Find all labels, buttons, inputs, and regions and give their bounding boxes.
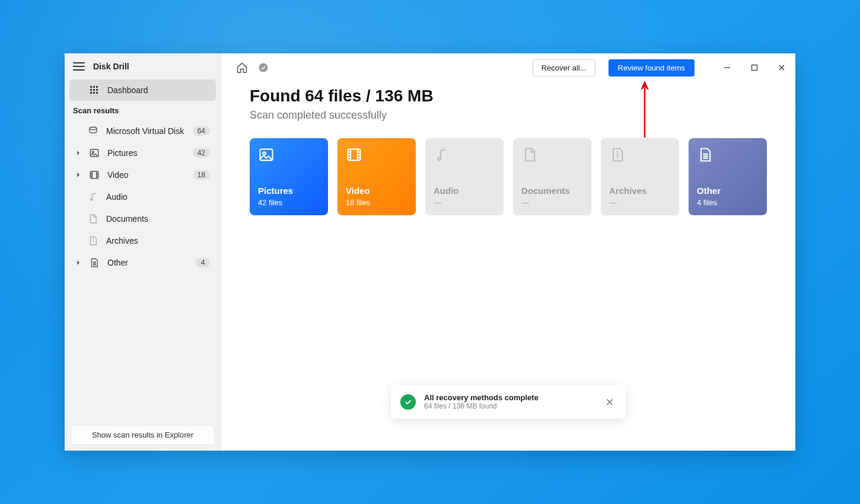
maximize-button[interactable] (741, 58, 768, 78)
card-pictures[interactable]: Pictures 42 files (250, 138, 328, 215)
count-badge: 64 (193, 126, 210, 136)
main-panel: Recover all... Review found items Found … (221, 53, 795, 451)
sidebar-item-label: Documents (106, 214, 210, 224)
file-icon (88, 257, 100, 269)
svg-point-11 (92, 151, 94, 153)
sidebar: Disk Drill Dashboard Scan results Micros… (65, 53, 221, 451)
card-title: Other (697, 186, 759, 196)
recover-all-button[interactable]: Recover all... (533, 59, 595, 76)
svg-rect-3 (90, 89, 92, 91)
card-subtitle: — (521, 198, 583, 207)
music-icon (434, 146, 450, 163)
svg-point-14 (259, 63, 268, 72)
sidebar-item-pictures[interactable]: Pictures 42 (69, 142, 216, 164)
svg-rect-1 (93, 86, 95, 88)
sidebar-item-disk[interactable]: Microsoft Virtual Disk 64 (69, 120, 216, 142)
app-title: Disk Drill (93, 62, 129, 71)
svg-rect-2 (96, 86, 98, 88)
check-circle-icon (400, 394, 416, 410)
card-subtitle: 42 files (258, 198, 320, 207)
card-subtitle: — (434, 198, 495, 207)
sidebar-item-archives[interactable]: Archives (69, 230, 216, 251)
check-badge-icon[interactable] (257, 61, 270, 74)
count-badge: 42 (193, 148, 210, 158)
svg-point-19 (438, 158, 441, 161)
svg-rect-4 (93, 89, 95, 91)
sidebar-item-documents[interactable]: Documents (69, 208, 216, 229)
sidebar-item-video[interactable]: Video 18 (69, 164, 216, 186)
card-title: Audio (434, 186, 495, 196)
card-title: Pictures (258, 186, 320, 196)
toast-title: All recovery methods complete (424, 393, 595, 402)
chevron-right-icon (75, 173, 81, 177)
film-icon (88, 169, 100, 181)
sidebar-item-label: Microsoft Virtual Disk (106, 126, 186, 136)
sidebar-header: Disk Drill (65, 53, 221, 77)
toolbar: Recover all... Review found items (221, 53, 795, 82)
picture-icon (258, 146, 275, 163)
card-subtitle: 18 files (346, 198, 407, 207)
sidebar-item-label: Dashboard (107, 85, 210, 95)
svg-rect-6 (90, 92, 92, 94)
card-title: Documents (521, 186, 583, 196)
card-audio[interactable]: Audio — (425, 138, 504, 215)
sidebar-item-label: Audio (106, 192, 210, 202)
music-icon (87, 191, 99, 203)
sidebar-items: Dashboard Scan results Microsoft Virtual… (65, 77, 221, 419)
menu-icon[interactable] (73, 62, 85, 71)
grid-icon (88, 84, 100, 96)
film-icon (346, 146, 362, 163)
sidebar-item-label: Pictures (107, 148, 186, 158)
archive-icon (87, 235, 99, 247)
picture-icon (88, 147, 100, 159)
content-area: Found 64 files / 136 MB Scan completed s… (221, 82, 795, 227)
count-badge: 4 (196, 258, 210, 267)
chevron-right-icon (75, 260, 81, 265)
window-controls (714, 58, 795, 78)
minimize-button[interactable] (714, 58, 741, 78)
card-subtitle: — (609, 198, 671, 207)
svg-point-9 (90, 127, 97, 130)
disk-icon (87, 125, 99, 137)
svg-rect-5 (96, 89, 98, 91)
toast-close-button[interactable] (603, 395, 616, 409)
card-other[interactable]: Other 4 files (689, 138, 767, 215)
category-cards: Pictures 42 files Video 18 files Audio — (250, 138, 767, 215)
home-icon[interactable] (235, 61, 249, 74)
results-subtitle: Scan completed successfully (250, 109, 767, 122)
card-documents[interactable]: Documents — (513, 138, 591, 215)
sidebar-item-audio[interactable]: Audio (69, 186, 216, 208)
count-badge: 18 (193, 170, 210, 180)
review-found-items-button[interactable]: Review found items (609, 59, 695, 76)
card-subtitle: 4 files (697, 198, 759, 207)
sidebar-item-dashboard[interactable]: Dashboard (69, 79, 216, 101)
sidebar-item-label: Other (107, 258, 189, 267)
svg-rect-15 (752, 65, 757, 71)
sidebar-item-label: Video (107, 170, 186, 180)
card-video[interactable]: Video 18 files (337, 138, 416, 215)
sidebar-footer: Show scan results in Explorer (65, 419, 221, 451)
document-icon (87, 213, 99, 225)
app-window: Disk Drill Dashboard Scan results Micros… (65, 53, 795, 451)
results-title: Found 64 files / 136 MB (250, 87, 767, 106)
svg-point-17 (263, 152, 266, 155)
show-in-explorer-button[interactable]: Show scan results in Explorer (71, 425, 215, 445)
chevron-right-icon (75, 151, 81, 155)
sidebar-item-other[interactable]: Other 4 (69, 252, 216, 273)
close-button[interactable] (768, 58, 795, 78)
card-title: Archives (609, 186, 671, 196)
sidebar-item-label: Archives (106, 236, 210, 245)
svg-point-13 (91, 199, 93, 200)
toast-subtitle: 64 files / 136 MB found (424, 402, 595, 410)
svg-rect-0 (90, 86, 92, 88)
card-archives[interactable]: Archives — (601, 138, 679, 215)
document-icon (521, 146, 538, 163)
card-title: Video (346, 186, 407, 196)
toast-notification: All recovery methods complete 64 files /… (391, 385, 626, 419)
sidebar-heading-scan-results: Scan results (69, 101, 216, 120)
svg-rect-7 (93, 92, 95, 94)
svg-rect-8 (96, 92, 98, 94)
file-icon (697, 146, 714, 163)
archive-icon (609, 146, 626, 163)
